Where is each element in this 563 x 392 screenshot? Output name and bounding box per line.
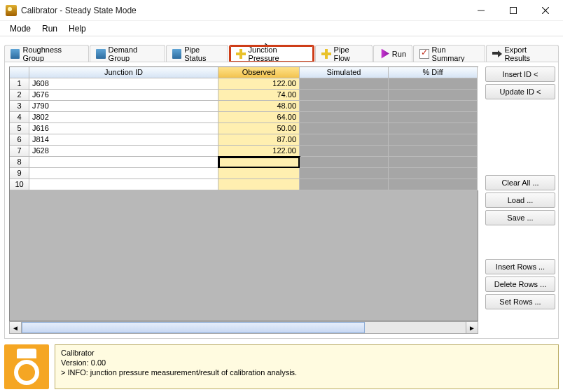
cell-pct-diff	[389, 179, 478, 190]
cell-observed[interactable]: 122.00	[218, 146, 300, 157]
row-header[interactable]: 6	[10, 134, 29, 146]
cell-pct-diff	[389, 90, 478, 101]
table-row[interactable]: 4J80264.00	[10, 112, 478, 123]
cell-pct-diff	[389, 123, 478, 134]
tab-demand-group[interactable]: Demand Group	[90, 45, 165, 62]
tab-label: Roughness Group	[22, 46, 83, 62]
export-icon	[492, 49, 501, 59]
table-row[interactable]: 1J608122.00	[10, 78, 478, 90]
menu-run[interactable]: Run	[36, 22, 63, 35]
row-header[interactable]: 4	[10, 112, 29, 123]
cell-observed[interactable]: 87.00	[218, 134, 300, 146]
app-icon	[6, 5, 17, 16]
data-grid[interactable]: Junction IDObservedSimulated% Diff1J6081…	[9, 66, 478, 190]
folder-icon	[172, 49, 181, 59]
side-button-column: Insert ID <Update ID <Clear All ...Load …	[485, 66, 555, 334]
cell-junction-id[interactable]	[29, 168, 218, 179]
minimize-button[interactable]	[465, 0, 497, 21]
row-header[interactable]: 3	[10, 101, 29, 112]
cell-junction-id[interactable]	[29, 179, 218, 190]
col-header-pct-diff[interactable]: % Diff	[389, 67, 478, 78]
row-header[interactable]: 2	[10, 90, 29, 101]
menu-bar: Mode Run Help	[0, 21, 563, 36]
cell-junction-id[interactable]: J814	[29, 134, 218, 146]
clear-all-button[interactable]: Clear All ...	[485, 175, 555, 190]
tab-pipe-status[interactable]: Pipe Status	[166, 45, 228, 62]
cell-junction-id[interactable]: J802	[29, 112, 218, 123]
row-header[interactable]: 9	[10, 168, 29, 179]
cell-observed[interactable]	[218, 179, 300, 190]
table-row[interactable]: 2J67674.00	[10, 90, 478, 101]
row-header[interactable]: 5	[10, 123, 29, 134]
cell-observed[interactable]: 64.00	[218, 112, 300, 123]
scroll-track[interactable]	[22, 321, 466, 334]
insert-rows-button[interactable]: Insert Rows ...	[485, 259, 555, 274]
table-row[interactable]: 7J628122.00	[10, 146, 478, 157]
scroll-left-button[interactable]: ◄	[9, 321, 22, 334]
cell-junction-id[interactable]: J608	[29, 78, 218, 90]
table-row[interactable]: 3J79048.00	[10, 101, 478, 112]
cell-junction-id[interactable]: J628	[29, 146, 218, 157]
menu-mode[interactable]: Mode	[4, 22, 36, 35]
save-button[interactable]: Save ...	[485, 210, 555, 225]
cell-simulated	[300, 157, 389, 168]
table-row[interactable]: 5J61650.00	[10, 123, 478, 134]
folder-icon	[11, 49, 20, 59]
cell-observed[interactable]: 48.00	[218, 101, 300, 112]
cell-junction-id[interactable]: J676	[29, 90, 218, 101]
load-button[interactable]: Load ...	[485, 192, 555, 208]
tab-export-results[interactable]: Export Results	[486, 45, 559, 62]
row-header[interactable]: 8	[10, 157, 29, 168]
tab-pipe-flow[interactable]: Pipe Flow	[315, 45, 373, 62]
cell-junction-id[interactable]: J616	[29, 123, 218, 134]
menu-help[interactable]: Help	[63, 22, 92, 35]
cell-observed[interactable]: 122.00	[218, 78, 300, 90]
cell-junction-id[interactable]: J790	[29, 101, 218, 112]
scroll-thumb[interactable]	[22, 322, 365, 333]
row-header[interactable]: 10	[10, 179, 29, 190]
status-box: Calibrator Version: 0.00 > INFO: junctio…	[55, 344, 559, 389]
cell-observed[interactable]	[218, 168, 300, 179]
update-id-button[interactable]: Update ID <	[485, 84, 555, 99]
window-controls	[465, 0, 562, 21]
row-header[interactable]: 1	[10, 78, 29, 90]
table-row[interactable]: 8	[10, 157, 478, 168]
tab-junction-pressure[interactable]: Junction Pressure	[229, 45, 314, 62]
run-icon	[380, 49, 389, 59]
app-logo-icon	[4, 344, 49, 389]
tab-label: Pipe Status	[184, 46, 222, 62]
cell-pct-diff	[389, 112, 478, 123]
tab-run-summary[interactable]: Run Summary	[413, 45, 485, 62]
maximize-button[interactable]	[497, 0, 529, 21]
table-row[interactable]: 6J81487.00	[10, 134, 478, 146]
window-title: Calibrator - Steady State Mode	[21, 6, 465, 15]
delete-rows-button[interactable]: Delete Rows ...	[485, 276, 555, 292]
scroll-right-button[interactable]: ►	[466, 321, 478, 334]
col-header-observed[interactable]: Observed	[218, 67, 300, 78]
cell-observed[interactable]: 74.00	[218, 90, 300, 101]
status-version: Version: 0.00	[61, 358, 552, 368]
insert-id-button[interactable]: Insert ID <	[485, 66, 555, 82]
row-header[interactable]: 7	[10, 146, 29, 157]
corner-cell[interactable]	[10, 67, 29, 78]
folder-icon	[96, 49, 105, 59]
svg-rect-1	[510, 7, 517, 13]
cell-simulated	[300, 78, 389, 90]
tab-run[interactable]: Run	[373, 45, 412, 62]
cell-junction-id[interactable]	[29, 157, 218, 168]
horizontal-scrollbar[interactable]: ◄ ►	[9, 321, 478, 334]
table-row[interactable]: 9	[10, 168, 478, 179]
grid-wrap: Junction IDObservedSimulated% Diff1J6081…	[9, 66, 478, 334]
cell-pct-diff	[389, 157, 478, 168]
cell-pct-diff	[389, 78, 478, 90]
col-header-simulated[interactable]: Simulated	[300, 67, 389, 78]
status-title: Calibrator	[61, 348, 552, 358]
table-row[interactable]: 10	[10, 179, 478, 190]
status-info: > INFO: junction pressure measurement/re…	[61, 368, 552, 377]
col-header-junction-id[interactable]: Junction ID	[29, 67, 218, 78]
tab-roughness-group[interactable]: Roughness Group	[4, 45, 89, 62]
cell-observed[interactable]: 50.00	[218, 123, 300, 134]
close-button[interactable]	[529, 0, 562, 21]
cell-observed[interactable]	[218, 157, 300, 168]
set-rows-button[interactable]: Set Rows ...	[485, 294, 555, 309]
